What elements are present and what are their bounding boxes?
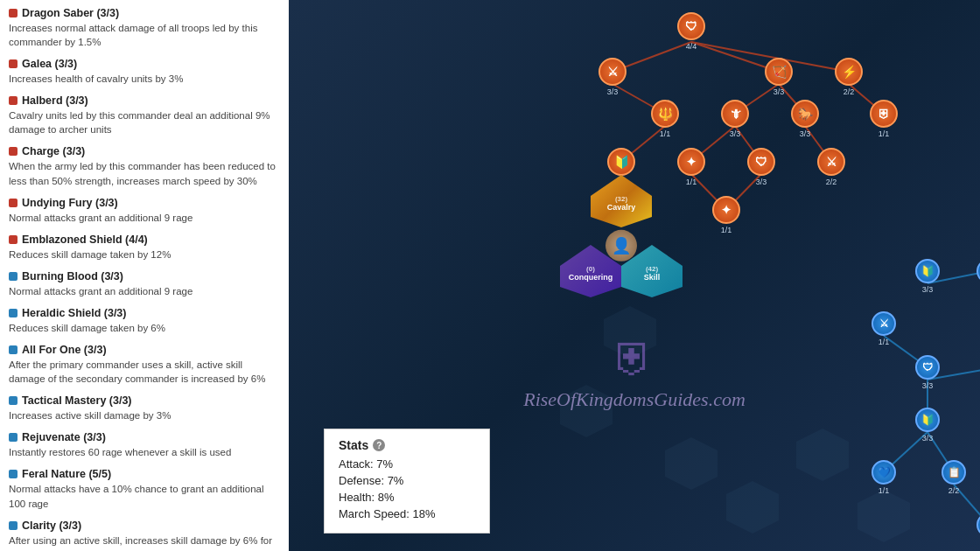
skill-item: Feral Nature (5/5)Normal attacks have a … xyxy=(9,468,280,510)
skill-item: Emblazoned Shield (4/4)Reduces skill dam… xyxy=(9,234,280,262)
commander-avatar: 👤 xyxy=(606,230,637,262)
stat-row: Defense: 7% xyxy=(339,474,475,487)
watermark: RiseOfKingdomsGuides.com xyxy=(523,388,746,411)
cavalry-hub: (32) Cavalry xyxy=(591,175,652,227)
skill-desc: After the primary commander uses a skill… xyxy=(9,358,280,386)
skill-dot xyxy=(9,521,18,530)
skill-dot xyxy=(9,396,18,405)
cavalry-node: 🐎3/3 xyxy=(791,100,819,138)
skill-item: Dragon Saber (3/3)Increases normal attac… xyxy=(9,7,280,49)
cavalry-node: 🗡3/3 xyxy=(721,100,749,138)
skill-title: Clarity (3/3) xyxy=(9,520,280,532)
cavalry-node: 🛡3/3 xyxy=(747,148,775,186)
cavalry-node: ✦1/1 xyxy=(712,196,740,234)
cavalry-node: ⚡2/2 xyxy=(835,58,863,96)
skill-node: ⚡1/1 xyxy=(976,259,980,294)
commander-hub: (32) Cavalry (0) Conquering (42) Skill 👤 xyxy=(556,175,687,297)
skill-dot xyxy=(9,433,18,442)
skill-desc: When the army led by this commander has … xyxy=(9,159,280,187)
skill-tree-panel: 🛡4/4⚔3/3🏹3/3⚡2/2🔱1/1🗡3/3🐎3/3⛨1/1🔰3/3✦1/1… xyxy=(289,0,980,551)
skill-title: Rejuvenate (3/3) xyxy=(9,431,280,443)
skill-dot xyxy=(9,235,18,244)
info-icon: ? xyxy=(373,439,385,451)
skill-desc: Increases active skill damage by 3% xyxy=(9,408,280,422)
skill-desc: Increases health of cavalry units by 3% xyxy=(9,72,280,86)
skill-item: Clarity (3/3)After using an active skill… xyxy=(9,520,280,551)
skill-item: Galea (3/3)Increases health of cavalry u… xyxy=(9,58,280,86)
skill-item: Tactical Mastery (3/3)Increases active s… xyxy=(9,394,280,422)
skill-title: All For One (3/3) xyxy=(9,344,280,356)
cavalry-node: 🏹3/3 xyxy=(765,58,793,96)
skills-panel: Dragon Saber (3/3)Increases normal attac… xyxy=(0,0,289,551)
skill-title: Galea (3/3) xyxy=(9,58,280,70)
skill-desc: Normal attacks grant an additional 9 rag… xyxy=(9,211,280,225)
skill-item: Burning Blood (3/3)Normal attacks grant … xyxy=(9,270,280,298)
skill-item: Halberd (3/3)Cavalry units led by this c… xyxy=(9,94,280,136)
skill-node: 💙2/2 xyxy=(976,513,980,548)
skill-item: Rejuvenate (3/3)Instantly restores 60 ra… xyxy=(9,431,280,459)
skill-dot xyxy=(9,309,18,317)
skill-node: 🔰3/3 xyxy=(915,259,940,294)
stats-box: Stats ? Attack: 7%Defense: 7%Health: 8%M… xyxy=(324,429,490,534)
skill-dot xyxy=(9,470,18,478)
skill-desc: Increases normal attack damage of all tr… xyxy=(9,21,280,49)
skill-item: Undying Fury (3/3)Normal attacks grant a… xyxy=(9,197,280,225)
skill-node: 🔰3/3 xyxy=(915,408,940,443)
skill-desc: Reduces skill damage taken by 12% xyxy=(9,248,280,262)
stats-title: Stats ? xyxy=(339,438,475,452)
skill-item: All For One (3/3)After the primary comma… xyxy=(9,344,280,386)
skill-dot xyxy=(9,199,18,207)
skill-dot xyxy=(9,272,18,281)
skill-title: Undying Fury (3/3) xyxy=(9,197,280,209)
cavalry-node: 🔱1/1 xyxy=(651,100,679,138)
skill-desc: Reduces skill damage taken by 6% xyxy=(9,321,280,335)
skill-node: 🛡3/3 xyxy=(915,355,940,390)
cavalry-node: ⚔3/3 xyxy=(598,58,626,96)
skill-node: 📋2/2 xyxy=(942,460,966,495)
skill-node: ⚔1/1 xyxy=(872,311,896,346)
skill-title: Dragon Saber (3/3) xyxy=(9,7,280,19)
stat-row: Attack: 7% xyxy=(339,457,475,471)
skill-dot xyxy=(9,96,18,105)
skill-desc: Normal attacks have a 10% chance to gran… xyxy=(9,482,280,510)
skill-dot xyxy=(9,9,18,17)
stats-rows: Attack: 7%Defense: 7%Health: 8%March Spe… xyxy=(339,457,475,520)
skill-title: Burning Blood (3/3) xyxy=(9,270,280,282)
skill-title: Charge (3/3) xyxy=(9,145,280,157)
skill-dot xyxy=(9,147,18,156)
stat-row: March Speed: 18% xyxy=(339,507,475,520)
skill-title: Tactical Mastery (3/3) xyxy=(9,394,280,407)
skill-desc: Normal attacks grant an additional 9 rag… xyxy=(9,284,280,298)
conquering-icon: ⛨ xyxy=(612,332,656,383)
skill-desc: After using an active skill, increases s… xyxy=(9,534,280,551)
skill-title: Heraldic Shield (3/3) xyxy=(9,307,280,319)
skill-title: Emblazoned Shield (4/4) xyxy=(9,234,280,246)
stat-row: Health: 8% xyxy=(339,491,475,504)
skill-item: Heraldic Shield (3/3)Reduces skill damag… xyxy=(9,307,280,335)
skill-title: Halberd (3/3) xyxy=(9,94,280,107)
skill-desc: Instantly restores 60 rage whenever a sk… xyxy=(9,445,280,459)
skill-title: Feral Nature (5/5) xyxy=(9,468,280,480)
skill-dot xyxy=(9,59,18,68)
skill-desc: Cavalry units led by this commander deal… xyxy=(9,108,280,136)
skills-list: Dragon Saber (3/3)Increases normal attac… xyxy=(9,7,280,551)
skill-dot xyxy=(9,345,18,354)
cavalry-node: ⚔2/2 xyxy=(817,148,845,186)
skill-item: Charge (3/3)When the army led by this co… xyxy=(9,145,280,187)
cavalry-node: ⛨1/1 xyxy=(870,100,898,138)
cavalry-node: 🛡4/4 xyxy=(677,12,705,51)
skill-node: 💙1/1 xyxy=(872,460,896,495)
